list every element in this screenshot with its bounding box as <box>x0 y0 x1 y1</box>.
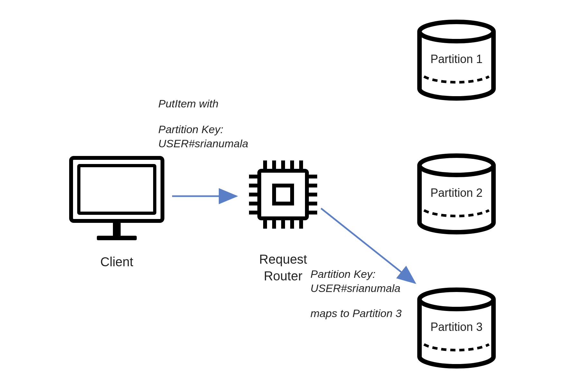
svg-rect-2 <box>113 223 121 236</box>
annotation-request-line3: USER#srianumala <box>158 136 293 151</box>
diagram-stage: Client <box>0 0 581 392</box>
client-label: Client <box>69 253 164 270</box>
svg-point-26 <box>420 22 493 41</box>
partition-2-label: Partition 2 <box>415 186 498 200</box>
request-router-cpu-icon <box>244 156 322 233</box>
svg-rect-5 <box>274 186 292 204</box>
svg-rect-1 <box>79 166 155 213</box>
arrow-client-to-router <box>171 187 244 206</box>
partition-1-label: Partition 1 <box>415 52 498 66</box>
annotation-request-line2: Partition Key: <box>158 122 293 137</box>
annotation-route-line1: Partition Key: <box>310 267 446 282</box>
client-monitor-icon <box>69 156 164 248</box>
svg-rect-4 <box>259 171 307 218</box>
svg-point-27 <box>420 156 493 175</box>
annotation-route-line2: USER#srianumala <box>310 281 446 296</box>
annotation-route-line3: maps to Partition 3 <box>310 306 446 321</box>
router-label-line1: Request <box>238 251 328 268</box>
svg-rect-0 <box>71 158 162 221</box>
partition-3-label: Partition 3 <box>415 320 498 334</box>
svg-rect-3 <box>97 236 137 240</box>
annotation-request-line1: PutItem with <box>158 96 293 111</box>
